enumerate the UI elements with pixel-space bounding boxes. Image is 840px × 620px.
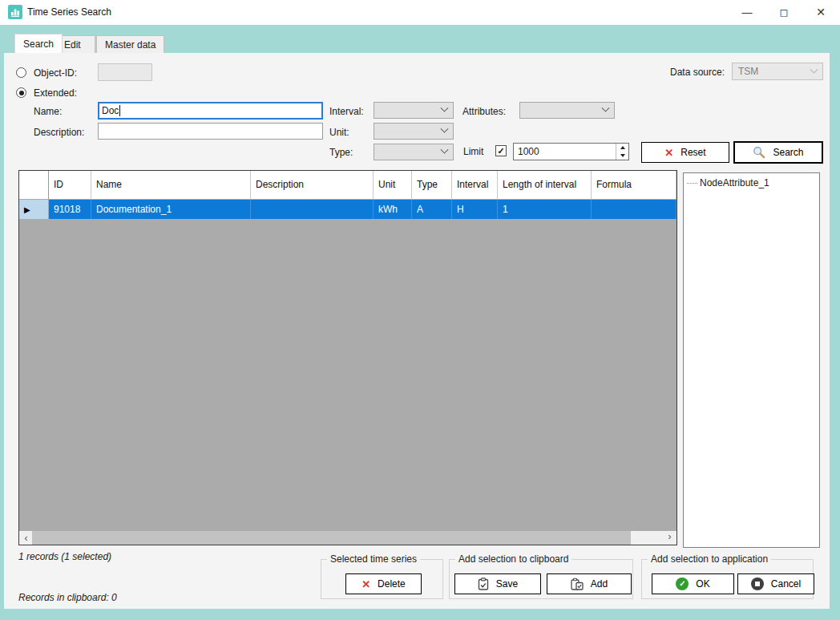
app-chart-icon [8, 5, 22, 19]
tab-search-label: Search [23, 38, 54, 50]
delete-button[interactable]: ✕ Delete [345, 573, 422, 594]
chevron-down-icon [441, 104, 449, 112]
check-glyph: ✓ [679, 580, 685, 588]
cell-formula [592, 200, 676, 219]
clipboard-check-icon [478, 577, 489, 590]
tree-connector [687, 183, 697, 184]
unit-select[interactable] [374, 123, 454, 140]
cell-id: 91018 [49, 200, 91, 219]
cell-name: Documentation_1 [91, 200, 251, 219]
window-edge-left [0, 53, 4, 609]
interval-label: Interval: [329, 106, 364, 117]
description-label: Description: [34, 127, 84, 138]
name-label: Name: [34, 106, 62, 117]
red-x-icon: ✕ [664, 147, 673, 159]
scrollbar-thumb[interactable] [32, 531, 631, 545]
arrow-down-icon [620, 154, 625, 157]
reset-button-label: Reset [680, 147, 705, 158]
extended-radio[interactable] [16, 87, 26, 98]
tree-item-label: NodeAttribute_1 [700, 177, 769, 188]
save-button-label: Save [496, 578, 518, 590]
grid-header-type[interactable]: Type [412, 171, 452, 199]
scroll-right-button[interactable]: › [663, 531, 676, 542]
ok-button[interactable]: ✓ OK [652, 573, 734, 594]
tab-master-data-label: Master data [105, 39, 155, 51]
cell-unit: kWh [374, 200, 412, 219]
grid-header-name[interactable]: Name [91, 171, 251, 199]
grid-header-unit[interactable]: Unit [374, 171, 412, 199]
cancel-button-label: Cancel [771, 578, 801, 590]
window-edge-right [830, 53, 840, 609]
search-button-label: Search [773, 147, 803, 158]
name-value: Doc [102, 105, 119, 116]
cell-description [251, 200, 374, 219]
ok-button-label: OK [696, 578, 709, 590]
group-add-to-clipboard-label: Add selection to clipboard [455, 553, 571, 565]
attributes-select[interactable] [519, 102, 615, 119]
table-row[interactable]: ▶ 91018 Documentation_1 kWh A H 1 [19, 200, 676, 219]
cancel-button[interactable]: Cancel [737, 573, 814, 594]
cell-interval: H [452, 200, 498, 219]
check-icon: ✓ [497, 147, 504, 156]
grid-header-selector[interactable] [19, 171, 49, 199]
grid-header-formula[interactable]: Formula [592, 171, 676, 199]
window-title: Time Series Search [27, 6, 111, 18]
unit-label: Unit: [329, 127, 349, 138]
row-marker-icon: ▶ [24, 205, 30, 214]
clipboard-status: Records in clipboard: 0 [18, 592, 117, 603]
limit-label: Limit [463, 146, 483, 157]
search-button[interactable]: Search [733, 141, 823, 164]
group-add-to-application-label: Add selection to application [648, 553, 771, 565]
type-label: Type: [329, 147, 353, 158]
tab-master-data[interactable]: Master data [96, 35, 164, 53]
chevron-down-icon [441, 125, 449, 133]
grid-header-description[interactable]: Description [251, 171, 374, 199]
red-x-icon: ✕ [361, 578, 370, 590]
spinner-down-button[interactable] [616, 152, 628, 160]
window-edge-bottom [0, 609, 840, 620]
data-source-value: TSM [738, 66, 758, 77]
save-button[interactable]: Save [454, 573, 541, 594]
close-button[interactable]: ✕ [808, 3, 834, 21]
grid-header-interval[interactable]: Interval [452, 171, 498, 199]
maximize-button[interactable]: ◻ [771, 3, 797, 21]
magnifier-icon [753, 146, 765, 159]
data-source-select[interactable]: TSM [732, 63, 823, 80]
reset-button[interactable]: ✕ Reset [641, 142, 729, 163]
name-input[interactable]: Doc [98, 102, 323, 120]
clipboard-paste-icon [571, 577, 584, 590]
ok-check-icon: ✓ [676, 577, 689, 590]
scroll-left-button[interactable]: ‹ [19, 531, 33, 545]
add-button-label: Add [591, 578, 608, 590]
tab-edit-label: Edit [64, 39, 81, 51]
spinner-up-button[interactable] [616, 144, 628, 152]
horizontal-scrollbar[interactable]: ‹ › [19, 531, 676, 545]
object-id-input[interactable] [98, 63, 152, 81]
limit-spinner[interactable]: 1000 [513, 143, 629, 160]
stop-square-glyph [755, 582, 760, 586]
description-input[interactable] [98, 123, 323, 140]
time-series-search-window: Time Series Search — ◻ ✕ Search Edit Mas… [0, 0, 840, 620]
minimize-button[interactable]: — [734, 3, 760, 21]
type-select[interactable] [374, 144, 454, 160]
cancel-stop-icon [751, 577, 764, 590]
records-status: 1 records (1 selected) [18, 551, 111, 562]
cell-length-of-interval: 1 [498, 200, 592, 219]
tree-item-nodeattribute[interactable]: NodeAttribute_1 [687, 177, 816, 188]
row-selector-cell[interactable]: ▶ [19, 200, 49, 219]
chevron-down-icon [441, 146, 449, 154]
add-button[interactable]: Add [547, 573, 632, 594]
group-add-to-clipboard: Add selection to clipboard Save Add [449, 559, 633, 599]
tab-search[interactable]: Search [14, 34, 63, 53]
object-id-radio[interactable] [16, 67, 26, 78]
grid-header-length-of-interval[interactable]: Length of interval [498, 171, 592, 199]
interval-select[interactable] [374, 102, 454, 119]
group-selected-time-series: Selected time series ✕ Delete [321, 559, 443, 599]
limit-value: 1000 [514, 144, 616, 160]
text-caret [119, 105, 120, 116]
limit-checkbox[interactable]: ✓ [495, 145, 507, 156]
grid-header-row: ID Name Description Unit Type Interval L… [19, 171, 676, 200]
arrow-up-icon [620, 146, 625, 149]
group-add-to-application: Add selection to application ✓ OK Cancel [641, 559, 814, 599]
grid-header-id[interactable]: ID [49, 171, 91, 199]
